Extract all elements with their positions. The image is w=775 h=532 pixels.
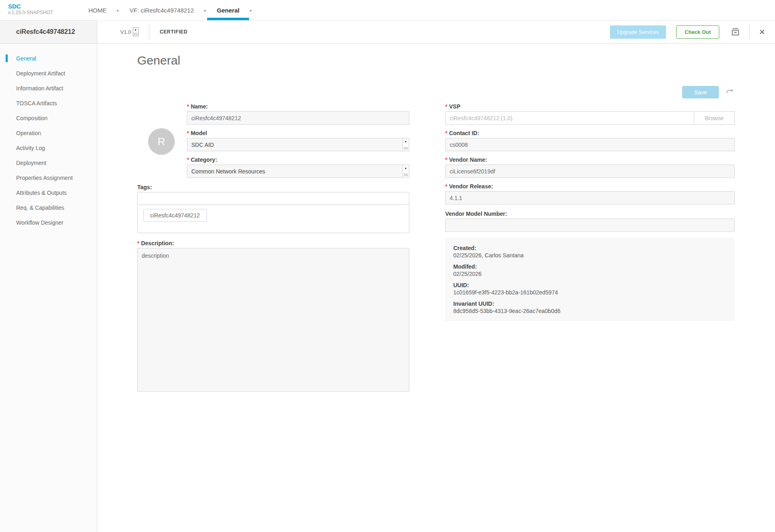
chevron-down-icon: ▼ <box>404 140 407 143</box>
description-label-text: Description: <box>141 240 174 246</box>
sidebar-item-label: General <box>16 55 36 62</box>
sidebar-item-tosca-artifacts[interactable]: TOSCA Artifacts <box>0 96 97 111</box>
description-textarea[interactable]: description <box>137 248 409 392</box>
vendor-model-number-input[interactable] <box>445 219 735 232</box>
close-icon: ✕ <box>759 27 765 37</box>
select-dropdown-thumb <box>404 147 408 150</box>
sidebar-item-label: TOSCA Artifacts <box>16 100 57 106</box>
description-field-group: *Description: description <box>137 240 409 393</box>
upgrade-services-button[interactable]: Upgrade Services <box>610 25 666 39</box>
uuid-label: UUID: <box>453 282 727 289</box>
save-button[interactable]: Save <box>682 86 719 98</box>
tags-input[interactable] <box>138 192 409 205</box>
name-input[interactable] <box>187 111 409 125</box>
archive-button[interactable] <box>730 27 741 37</box>
sidebar-item-req-capabilities[interactable]: Req. & Capabilities <box>0 200 97 215</box>
required-marker: * <box>187 156 189 163</box>
vendor-release-label: *Vendor Release: <box>445 183 735 190</box>
vsp-input[interactable] <box>445 111 694 125</box>
contact-id-field-group: *Contact ID: <box>445 130 735 151</box>
modified-meta: Modifed: 02/25/2026 <box>453 263 727 277</box>
sidebar-item-properties-assignment[interactable]: Properties Assignment <box>0 170 97 185</box>
sidebar-item-deployment[interactable]: Deployment <box>0 155 97 170</box>
vendor-release-input[interactable] <box>445 191 735 204</box>
sidebar-item-label: Composition <box>16 115 48 121</box>
app-logo[interactable]: SDC v.1.15.0-SNAPSHOT <box>0 0 81 20</box>
category-field-group: *Category: Common Network Resources ▼ <box>187 156 409 178</box>
version-dropdown-icon[interactable]: ▼ <box>133 27 138 36</box>
sidebar-item-attributes-outputs[interactable]: Attributes & Outputs <box>0 185 97 200</box>
sidebar-item-label: Operation <box>16 130 41 136</box>
model-label: *Model <box>187 130 409 136</box>
select-dropdown-thumb <box>404 173 408 176</box>
sidebar-item-label: Attributes & Outputs <box>16 190 67 196</box>
vendor-model-number-label: Vendor Model Number: <box>445 211 735 217</box>
header-divider <box>750 25 750 39</box>
sidebar-item-activity-log[interactable]: Activity Log <box>0 140 97 155</box>
top-nav-bar: SDC v.1.15.0-SNAPSHOT HOME ▸ VF: ciResfc… <box>0 0 775 21</box>
vendor-name-input[interactable] <box>445 165 735 178</box>
sidebar-item-workflow-designer[interactable]: Workflow Designer <box>0 215 97 230</box>
vendor-release-label-text: Vendor Release: <box>449 183 493 190</box>
vsp-label: *VSP <box>445 103 735 110</box>
model-selected-value: SDC AID <box>191 142 214 148</box>
sidebar-item-general[interactable]: General <box>0 51 97 66</box>
sidebar-item-deployment-artifact[interactable]: Deployment Artifact <box>0 66 97 81</box>
check-out-button[interactable]: Check Out <box>676 25 719 39</box>
archive-icon <box>730 27 741 37</box>
breadcrumb-vf[interactable]: VF: ciResfc4c49748212 <box>127 0 196 20</box>
category-label-text: Category: <box>191 156 217 163</box>
lifecycle-state-badge: CERTIFIED <box>160 29 188 35</box>
vendor-name-label: *Vendor Name: <box>445 156 735 163</box>
save-row: Save <box>682 86 735 98</box>
version-selector[interactable]: V1.0 ▼ <box>120 27 138 36</box>
close-button[interactable]: ✕ <box>759 27 765 37</box>
tags-widget: ciResfc4c49748212 <box>137 192 409 233</box>
contact-id-label-text: Contact ID: <box>449 130 479 136</box>
chevron-right-icon: ▸ <box>204 8 206 13</box>
required-marker: * <box>445 130 447 136</box>
revert-button[interactable] <box>725 88 735 97</box>
uuid-value: 1c01659f-e3f5-4223-bb2a-161b02ed5974 <box>453 289 727 296</box>
redo-icon <box>725 88 735 97</box>
name-label-text: Name: <box>191 103 208 110</box>
breadcrumb-general-active[interactable]: General <box>214 0 242 20</box>
modified-value: 02/25/2026 <box>453 270 727 277</box>
modified-label: Modifed: <box>453 263 727 270</box>
browse-button[interactable]: Browse <box>694 111 735 125</box>
entity-name: ciResfc4c49748212 <box>16 28 75 35</box>
metadata-box: Created: 02/25/2026, Carlos Santana Modi… <box>445 238 735 321</box>
sidebar-menu: General Deployment Artifact Information … <box>0 44 97 532</box>
description-label: *Description: <box>137 240 409 246</box>
vendor-model-number-label-text: Vendor Model Number: <box>445 211 507 217</box>
sidebar-item-information-artifact[interactable]: Information Artifact <box>0 81 97 96</box>
tag-chip[interactable]: ciResfc4c49748212 <box>143 209 207 222</box>
created-label: Created: <box>453 244 727 252</box>
name-field-group: *Name: <box>187 103 409 125</box>
select-dropdown-strip[interactable]: ▼ <box>402 165 408 177</box>
entity-name-cell: ciResfc4c49748212 <box>0 21 97 43</box>
vsp-label-text: VSP <box>449 103 460 110</box>
required-marker: * <box>137 240 139 246</box>
sidebar-item-label: Activity Log <box>16 145 45 151</box>
model-select[interactable]: SDC AID ▼ <box>187 138 409 151</box>
select-dropdown-strip[interactable]: ▼ <box>402 139 408 150</box>
chevron-right-icon: ▸ <box>117 8 119 13</box>
vendor-model-number-field-group: Vendor Model Number: <box>445 211 735 232</box>
app-logo-title: SDC <box>8 3 81 10</box>
sidebar-item-composition[interactable]: Composition <box>0 111 97 125</box>
header-actions: Upgrade Services Check Out ✕ <box>610 25 775 39</box>
app-version: v.1.15.0-SNAPSHOT <box>8 10 81 16</box>
sidebar-item-operation[interactable]: Operation <box>0 125 97 140</box>
contact-id-input[interactable] <box>445 138 735 151</box>
vendor-release-field-group: *Vendor Release: <box>445 183 735 204</box>
breadcrumb-home[interactable]: HOME <box>86 0 109 20</box>
entity-header: ciResfc4c49748212 V1.0 ▼ CERTIFIED Upgra… <box>0 21 775 44</box>
category-select[interactable]: Common Network Resources ▼ <box>187 165 409 178</box>
tags-field-group: Tags: ciResfc4c49748212 <box>137 184 409 233</box>
header-divider <box>149 23 149 40</box>
chevron-down-icon: ▼ <box>404 167 407 170</box>
sidebar-item-label: Information Artifact <box>16 85 63 92</box>
vendor-name-label-text: Vendor Name: <box>449 156 487 163</box>
invariant-uuid-value: 8dc958d5-53bb-4313-9eac-26ac7ea0b0d6 <box>453 307 727 315</box>
